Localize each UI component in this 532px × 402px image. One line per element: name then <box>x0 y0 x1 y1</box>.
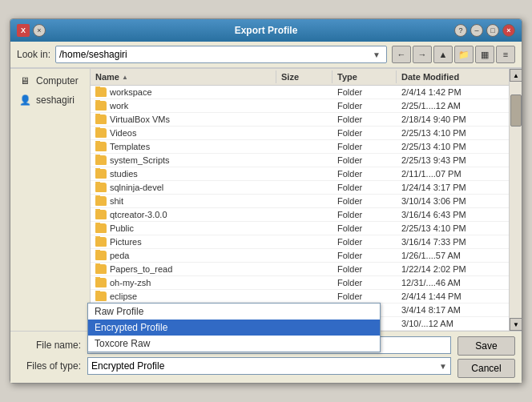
up-button[interactable]: ▲ <box>433 46 453 63</box>
file-size-cell <box>276 168 332 179</box>
folder-icon <box>95 251 107 260</box>
title-bar-right: ? – □ × <box>454 24 515 37</box>
table-row[interactable]: Pictures Folder 3/16/14 7:33 PM <box>91 235 509 249</box>
folder-icon <box>95 291 107 301</box>
file-size-cell <box>276 114 332 125</box>
file-date-cell: 2/25/13 4:10 PM <box>397 141 509 152</box>
file-date-cell: 3/4/14 8:17 AM <box>397 304 509 316</box>
file-date-cell: 2/4/14 1:42 PM <box>397 86 509 98</box>
table-row[interactable]: Papers_to_read Folder 1/22/14 2:02 PM <box>91 263 509 276</box>
file-date-cell: 2/25/13 9:43 PM <box>397 155 509 166</box>
app-icon: X <box>17 24 30 37</box>
sidebar-item-computer[interactable]: 🖥 Computer <box>14 72 87 90</box>
file-date-cell: 3/16/14 6:43 PM <box>397 209 509 220</box>
file-type-cell: Folder <box>332 100 397 111</box>
scrollbar[interactable]: ▲ ▼ <box>509 69 522 331</box>
table-row[interactable]: studies Folder 2/11/1....07 PM <box>91 167 509 181</box>
table-row[interactable]: qtcreator-3.0.0 Folder 3/16/14 6:43 PM <box>91 208 509 222</box>
file-list-area: Name ▲ Size Type Date Modified workspace <box>91 69 509 331</box>
file-type-cell: Folder <box>332 291 397 302</box>
file-name-cell: workspace <box>91 86 276 98</box>
bottom-form: File name: Files of type: Encrypted Prof… <box>17 336 515 378</box>
scroll-track[interactable] <box>510 82 522 318</box>
file-size-cell <box>276 141 332 152</box>
table-row[interactable]: system_Scripts Folder 2/25/13 9:43 PM <box>91 154 509 167</box>
table-row[interactable]: eclipse Folder 2/4/14 1:44 PM <box>91 290 509 304</box>
folder-icon <box>95 237 107 247</box>
scroll-up-button[interactable]: ▲ <box>510 69 522 82</box>
maximize-button[interactable]: □ <box>486 24 499 37</box>
file-size-cell <box>276 223 332 234</box>
back-button[interactable]: ← <box>392 46 411 63</box>
type-dropdown-item[interactable]: Toxcore Raw <box>88 336 380 352</box>
file-date-cell: 2/25/13 4:10 PM <box>397 223 509 234</box>
type-dropdown-item[interactable]: Raw Profile <box>88 304 380 320</box>
form-rows: File name: Files of type: Encrypted Prof… <box>17 336 451 375</box>
table-row[interactable]: Public Folder 2/25/13 4:10 PM <box>91 222 509 235</box>
minimize-button[interactable]: – <box>470 24 483 37</box>
close-button[interactable]: × <box>502 24 515 37</box>
path-combo[interactable]: /home/seshagiri ▼ <box>55 46 387 63</box>
file-name-cell: oh-my-zsh <box>91 277 276 288</box>
view-list-button[interactable]: ▦ <box>475 46 494 63</box>
folder-icon <box>95 115 107 124</box>
file-size-cell <box>276 86 332 98</box>
file-name-cell: Pictures <box>91 236 276 247</box>
table-row[interactable]: VirtualBox VMs Folder 2/18/14 9:40 PM <box>91 113 509 127</box>
file-type-cell: Folder <box>332 141 397 152</box>
file-date-cell: 2/25/1....12 AM <box>397 100 509 111</box>
type-dropdown[interactable]: Raw ProfileEncrypted ProfileToxcore Raw <box>87 303 381 352</box>
table-row[interactable]: workspace Folder 2/4/14 1:42 PM <box>91 86 509 99</box>
col-type[interactable]: Type <box>332 70 397 83</box>
file-date-cell: 12/31/....46 AM <box>397 277 509 288</box>
file-date-cell: 1/26/1....57 AM <box>397 250 509 261</box>
type-combo-arrow: ▼ <box>439 362 447 371</box>
folder-icon <box>95 278 107 287</box>
file-name-cell: studies <box>91 168 276 179</box>
file-size-cell <box>276 155 332 166</box>
help-button[interactable]: ? <box>454 24 467 37</box>
table-row[interactable]: sqlninja-devel Folder 1/24/14 3:17 PM <box>91 181 509 195</box>
file-type-cell: Folder <box>332 86 397 98</box>
file-type-cell: Folder <box>332 168 397 179</box>
file-name-cell: Public <box>91 223 276 234</box>
folder-icon <box>95 142 107 151</box>
file-type-cell: Folder <box>332 277 397 288</box>
action-buttons: Save Cancel <box>457 336 515 378</box>
file-name-cell: Papers_to_read <box>91 263 276 275</box>
table-row[interactable]: oh-my-zsh Folder 12/31/....46 AM <box>91 276 509 290</box>
cancel-button[interactable]: Cancel <box>457 359 515 378</box>
filetype-row: Files of type: Encrypted Profile ▼ Raw P… <box>17 357 451 375</box>
user-icon: 👤 <box>17 94 33 107</box>
table-row[interactable]: Templates Folder 2/25/13 4:10 PM <box>91 140 509 154</box>
dialog-title: Export Profile <box>235 25 298 36</box>
type-dropdown-item[interactable]: Encrypted Profile <box>88 320 380 336</box>
file-date-cell: 3/10/14 3:06 PM <box>397 195 509 207</box>
title-bar-left: X × <box>17 24 46 37</box>
file-list-header: Name ▲ Size Type Date Modified <box>91 69 509 86</box>
scroll-down-button[interactable]: ▼ <box>510 318 522 331</box>
folder-icon <box>95 101 107 111</box>
folder-icon <box>95 87 107 97</box>
new-folder-button[interactable]: 📁 <box>454 46 474 63</box>
bottom-area: File name: Files of type: Encrypted Prof… <box>10 331 522 383</box>
save-button[interactable]: Save <box>457 336 515 356</box>
file-type-combo[interactable]: Encrypted Profile ▼ <box>87 357 451 375</box>
sidebar-item-computer-label: Computer <box>36 75 79 86</box>
help-icon-group: ? – □ × <box>454 24 515 37</box>
file-size-cell <box>276 100 332 111</box>
table-row[interactable]: Videos Folder 2/25/13 4:10 PM <box>91 127 509 140</box>
folder-icon <box>95 169 107 179</box>
table-row[interactable]: peda Folder 1/26/1....57 AM <box>91 249 509 263</box>
close-icon[interactable]: × <box>33 24 46 37</box>
table-row[interactable]: work Folder 2/25/1....12 AM <box>91 99 509 113</box>
forward-button[interactable]: → <box>413 46 432 63</box>
scroll-thumb[interactable] <box>510 94 522 127</box>
sidebar-item-seshagiri[interactable]: 👤 seshagiri <box>14 91 87 109</box>
col-size[interactable]: Size <box>276 70 332 83</box>
col-date[interactable]: Date Modified <box>397 70 509 83</box>
col-name[interactable]: Name ▲ <box>91 70 276 83</box>
view-details-button[interactable]: ≡ <box>496 46 515 63</box>
file-list[interactable]: workspace Folder 2/4/14 1:42 PM work Fol… <box>91 86 509 331</box>
table-row[interactable]: shit Folder 3/10/14 3:06 PM <box>91 195 509 208</box>
